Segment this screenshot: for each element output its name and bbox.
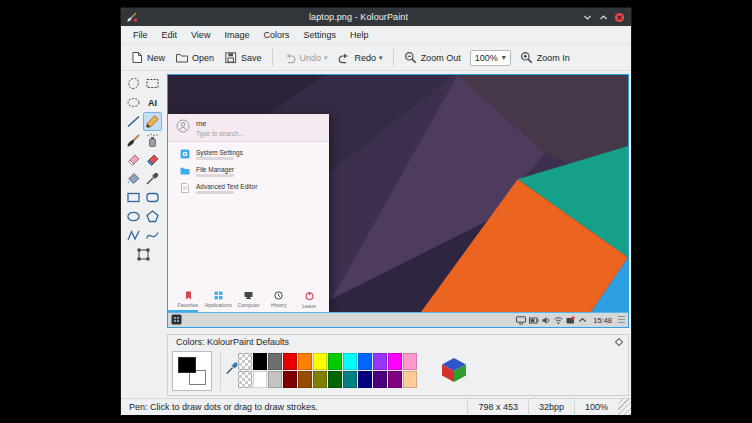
tool-zoom[interactable]	[134, 245, 153, 264]
window-resize-grip[interactable]	[618, 399, 631, 415]
palette-color-cell[interactable]	[268, 353, 282, 370]
open-button[interactable]: Open	[170, 48, 219, 67]
launcher-user-name: me	[196, 119, 244, 128]
tool-polygon[interactable]	[143, 207, 162, 226]
launcher-tab-leave: Leave	[296, 291, 322, 309]
tool-rounded-rectangle[interactable]	[143, 188, 162, 207]
new-button[interactable]: New	[125, 48, 170, 67]
save-button[interactable]: Save	[219, 48, 267, 67]
dock-float-icon[interactable]	[615, 338, 623, 346]
redo-dropdown-icon: ▾	[379, 54, 383, 62]
undo-dropdown-icon: ▾	[324, 54, 328, 62]
color-similarity-eyedropper[interactable]	[225, 361, 239, 377]
system-settings-icon	[180, 149, 190, 161]
new-label: New	[147, 53, 165, 63]
tool-line[interactable]	[124, 112, 143, 131]
text-editor-icon	[180, 183, 190, 195]
palette-color-cell[interactable]	[343, 353, 357, 370]
palette-color-cell[interactable]	[328, 371, 342, 388]
menu-help[interactable]: Help	[343, 28, 376, 42]
canvas-image-wallpaper: me Type to search... System Settings	[168, 75, 628, 312]
palette-color-cell[interactable]	[373, 371, 387, 388]
zoom-in-label: Zoom In	[537, 53, 570, 63]
system-tray	[516, 316, 587, 325]
status-message: Pen: Click to draw dots or drag to draw …	[121, 399, 467, 415]
tool-text[interactable]: AI	[143, 93, 162, 112]
separator	[220, 351, 221, 391]
palette-color-cell[interactable]	[313, 353, 327, 370]
palette-color-cell[interactable]	[403, 353, 417, 370]
undo-button[interactable]: Undo ▾	[278, 48, 333, 67]
display-icon	[516, 316, 526, 325]
redo-label: Redo	[355, 53, 377, 63]
palette-color-cell[interactable]	[388, 353, 402, 370]
tool-spraycan[interactable]	[143, 131, 162, 150]
tool-ellipse-selection[interactable]	[124, 93, 143, 112]
color-cube-picker[interactable]	[440, 357, 468, 385]
palette-transparent-cell[interactable]	[238, 371, 252, 388]
foreground-color-swatch[interactable]	[178, 357, 196, 373]
color-box-dock: Colors: KolourPaint Defaults	[167, 334, 629, 396]
palette-color-cell[interactable]	[313, 371, 327, 388]
launcher-item-file-manager: File Manager	[168, 163, 329, 180]
palette-color-cell[interactable]	[298, 353, 312, 370]
image-launcher-menu: me Type to search... System Settings	[168, 114, 329, 312]
tool-ellipse[interactable]	[124, 207, 143, 226]
launcher-items: System Settings File Manager	[168, 142, 329, 197]
toolbar-separator	[272, 49, 273, 66]
tool-eraser[interactable]	[124, 150, 143, 169]
redo-button[interactable]: Redo ▾	[333, 48, 388, 67]
tool-curve[interactable]	[143, 226, 162, 245]
palette-color-cell[interactable]	[343, 371, 357, 388]
launcher-item-sublabel	[196, 174, 234, 177]
minimize-button[interactable]	[581, 11, 594, 24]
zoom-level-combobox[interactable]: 100% ▾	[470, 50, 511, 66]
palette-color-cell[interactable]	[298, 371, 312, 388]
titlebar[interactable]: laptop.png - KolourPaint	[121, 8, 631, 26]
battery-icon	[529, 316, 539, 325]
color-box-header: Colors: KolourPaint Defaults	[168, 335, 628, 349]
zoom-out-label: Zoom Out	[421, 53, 461, 63]
close-button[interactable]	[613, 11, 626, 24]
foreground-background-swatch[interactable]	[172, 351, 212, 391]
palette-color-cell[interactable]	[283, 371, 297, 388]
status-zoom-level: 100%	[574, 399, 618, 415]
palette-color-cell[interactable]	[268, 371, 282, 388]
palette-color-cell[interactable]	[403, 371, 417, 388]
app-grid-icon	[214, 291, 223, 300]
tool-brush[interactable]	[124, 131, 143, 150]
tool-pen[interactable]	[143, 112, 162, 131]
tool-rectangle[interactable]	[124, 188, 143, 207]
launcher-item-system-settings: System Settings	[168, 146, 329, 163]
palette-color-cell[interactable]	[358, 371, 372, 388]
zoom-in-button[interactable]: Zoom In	[515, 48, 575, 67]
palette-color-cell[interactable]	[253, 371, 267, 388]
menu-edit[interactable]: Edit	[155, 28, 185, 42]
tool-color-eraser[interactable]	[143, 150, 162, 169]
menu-file[interactable]: File	[126, 28, 155, 42]
tool-box: AI	[124, 74, 164, 264]
palette-color-cell[interactable]	[253, 353, 267, 370]
canvas[interactable]: me Type to search... System Settings	[167, 74, 629, 328]
zoom-out-button[interactable]: Zoom Out	[399, 48, 466, 67]
taskbar-clock: 15:48	[593, 316, 612, 325]
wifi-icon	[554, 316, 563, 325]
palette-color-cell[interactable]	[358, 353, 372, 370]
menu-view[interactable]: View	[184, 28, 217, 42]
tool-connected-lines[interactable]	[124, 226, 143, 245]
palette-color-cell[interactable]	[283, 353, 297, 370]
maximize-button[interactable]	[597, 11, 610, 24]
palette-color-cell[interactable]	[373, 353, 387, 370]
undo-label: Undo	[300, 53, 322, 63]
tool-rect-selection[interactable]	[143, 74, 162, 93]
palette-color-cell[interactable]	[328, 353, 342, 370]
launcher-tab-applications: Applications	[205, 291, 231, 309]
menu-colors[interactable]: Colors	[256, 28, 296, 42]
tool-free-form-selection[interactable]	[124, 74, 143, 93]
tool-color-picker[interactable]	[143, 169, 162, 188]
tool-flood-fill[interactable]	[124, 169, 143, 188]
palette-transparent-cell[interactable]	[238, 353, 252, 370]
menu-image[interactable]: Image	[217, 28, 256, 42]
palette-color-cell[interactable]	[388, 371, 402, 388]
menu-settings[interactable]: Settings	[296, 28, 343, 42]
